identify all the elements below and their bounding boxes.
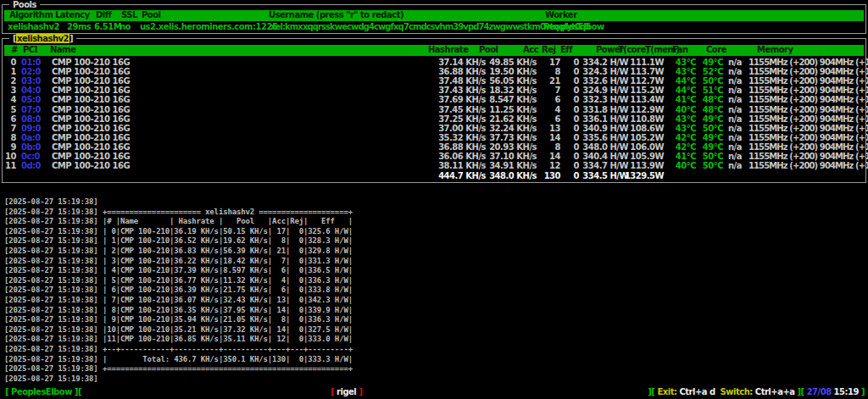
gpu-cell-pci: 05:0 [21, 95, 55, 104]
gpu-cell-clocks: 1155MHz (+200) 904MHz (+100) [748, 58, 868, 67]
gpu-cell-fan: n/a [657, 105, 742, 114]
gpu-cell-pci: 02:0 [21, 67, 55, 76]
log-line: [2025-08-27 15:19:38] | 5|CMP 100-210|36… [4, 276, 864, 286]
log-line: [2025-08-27 15:19:38] +--+-----------+--… [4, 345, 864, 355]
gpu-row: 001:0CMP 100-210 16G37.14 KH/s49.85 KH/s… [3, 58, 865, 67]
gpu-row: 203:0CMP 100-210 16G37.48 KH/s56.05 KH/s… [3, 76, 865, 86]
gpu-col-header: Memory [757, 45, 793, 54]
log-line: [2025-08-27 15:19:38] | 9|CMP 100-210|35… [4, 315, 864, 325]
hint-bracket-close: ] [859, 387, 865, 396]
gpu-cell-idx: 0 [4, 58, 16, 67]
pools-col-header: Worker [545, 10, 577, 19]
app-bracket-open: [ [331, 387, 337, 396]
log-line: [2025-08-27 15:19:38] | 8|CMP 100-210|36… [4, 306, 864, 316]
gpu-cell-fan: n/a [657, 58, 742, 67]
gpu-cell-idx: 1 [4, 67, 16, 76]
pools-col-header: Algorithm [9, 10, 53, 19]
gpu-cell-name: CMP 100-210 16G [52, 67, 221, 76]
statusbar-date: 27/08 [807, 387, 832, 396]
gpu-cell-fan: n/a [657, 67, 742, 76]
log-line: [2025-08-27 15:19:38] | 2|CMP 100-210|36… [4, 247, 864, 257]
log-line: [2025-08-27 15:19:38] | 1|CMP 100-210|36… [4, 236, 864, 247]
gpu-cell-fan: n/a [657, 86, 742, 95]
gpu-cell-pci: 07:0 [21, 105, 55, 114]
gpu-row: 110d:0CMP 100-210 16G38.11 KH/s34.91 KH/… [3, 161, 865, 170]
exit-label: Exit: [657, 387, 679, 396]
gpu-cell-name: CMP 100-210 16G [52, 142, 221, 152]
gpu-cell-idx: 7 [4, 124, 16, 133]
gpu-cell-clocks: 1155MHz (+200) 904MHz (+100) [748, 142, 868, 152]
terminal-screen[interactable]: Pools AlgorithmLatencyDiffSSLPoolUsernam… [0, 0, 868, 399]
log-line: [2025-08-27 15:19:38] | 7|CMP 100-210|36… [4, 296, 864, 306]
switch-keys: Ctrl+a+a [755, 387, 795, 396]
pool-diff: 6.51M [94, 22, 121, 31]
gpu-cell-name: CMP 100-210 16G [52, 124, 221, 133]
gpu-totals-row: 444.7 KH/s348.0 KH/s1300334.5 H/W1329.5W [3, 171, 865, 180]
gpu-cell-idx: 10 [4, 152, 16, 161]
pools-col-header: Latency [55, 10, 90, 19]
gpu-row: 100c:0CMP 100-210 16G36.06 KH/s37.10 KH/… [3, 152, 865, 161]
gpu-cell-name: CMP 100-210 16G [52, 86, 221, 95]
log-line: [2025-08-27 15:19:38] |# |Name | Hashrat… [4, 217, 864, 227]
pool-url: us2.xelis.herominers.com:1225 [140, 22, 277, 31]
gpu-col-header: # [11, 45, 18, 54]
gpu-cell-name: CMP 100-210 16G [52, 161, 221, 170]
pools-col-header: Username (press "r" to redact) [269, 10, 403, 19]
gpu-cell-clocks: 1155MHz (+200) 904MHz (+100) [748, 152, 868, 161]
gpu-cell-idx: 6 [4, 114, 16, 124]
gpu-col-header: Pool [479, 45, 498, 54]
gpu-cell-idx: 2 [4, 76, 16, 86]
log-line: [2025-08-27 15:19:38] [4, 197, 864, 208]
gpu-cell-clocks: 1155MHz (+200) 904MHz (+100) [748, 86, 868, 95]
gpu-cell-idx: 5 [4, 105, 16, 114]
log-line: [2025-08-27 15:19:38] | Total: 436.7 KH/… [4, 355, 864, 365]
gpu-cell-pci: 03:0 [21, 76, 55, 86]
pool-worker: PeoplesElbow [543, 22, 604, 31]
gpu-cell-name: CMP 100-210 16G [52, 152, 221, 161]
gpu-cell-clocks: 1155MHz (+200) 904MHz (+100) [748, 76, 868, 86]
pools-header-row: AlgorithmLatencyDiffSSLPoolUsername (pre… [4, 10, 864, 21]
log-area[interactable]: [2025-08-27 15:19:38][2025-08-27 15:19:3… [4, 197, 864, 384]
gpu-row: 304:0CMP 100-210 16G37.43 KH/s18.32 KH/s… [3, 86, 865, 95]
gpu-row: 102:0CMP 100-210 16G36.88 KH/s19.50 KH/s… [3, 67, 865, 76]
gpu-row: 507:0CMP 100-210 16G37.45 KH/s11.25 KH/s… [3, 105, 865, 114]
gpu-col-header: Eff [560, 45, 572, 54]
log-line: [2025-08-27 15:19:38] | 4|CMP 100-210|37… [4, 266, 864, 276]
gpu-col-header: PCI [23, 45, 37, 54]
gpu-cell-fan: n/a [657, 124, 742, 133]
log-line: [2025-08-27 15:19:38] [4, 374, 864, 385]
pool-username: xel:kmxxqqrsskwecwdg4cwgfxq7cmdcsvhm39vp… [270, 22, 590, 31]
gpu-cell-clocks: 1155MHz (+200) 904MHz (+100) [748, 161, 868, 170]
gpu-cell-name: CMP 100-210 16G [52, 114, 221, 124]
gpu-cell-pci: 08:0 [21, 114, 55, 124]
gpu-cell-pci: 0b:0 [21, 142, 55, 152]
log-line: [2025-08-27 15:19:38] +=================… [4, 364, 864, 374]
pools-col-header: Pool [142, 10, 161, 19]
gpu-row: 608:0CMP 100-210 16G37.25 KH/s21.62 KH/s… [3, 114, 865, 124]
gpu-panel-title: [xelishashv2] [9, 34, 76, 43]
gpu-col-header: Rej [542, 45, 555, 54]
bracket-close: ] [70, 34, 73, 43]
gpu-cell-name: CMP 100-210 16G [52, 133, 221, 142]
gpu-cell-idx: 4 [4, 95, 16, 104]
pool-row: xelishashv2 29ms 6.51M no us2.xelis.hero… [3, 22, 865, 31]
gpu-cell-idx: 3 [4, 86, 16, 95]
statusbar-app: [ rigel ] [331, 387, 362, 396]
gpu-cell-clocks: 1155MHz (+200) 904MHz (+100) [748, 105, 868, 114]
app-name: rigel [337, 387, 356, 396]
exit-keys: Ctrl+a d [679, 387, 715, 396]
log-line: [2025-08-27 15:19:38] +=================… [4, 208, 864, 218]
gpu-cell-pci: 09:0 [21, 124, 55, 133]
gpu-header-row: #PCINameHashratePoolAccRejEffPowerT(core… [4, 45, 864, 56]
gpu-cell-clocks: 1155MHz (+200) 904MHz (+100) [748, 133, 868, 142]
gpu-cell-power: 1329.5W [579, 171, 664, 180]
log-line: [2025-08-27 15:19:38] |10|CMP 100-210|35… [4, 325, 864, 335]
switch-label: Switch: [715, 387, 755, 396]
gpu-cell-name: CMP 100-210 16G [52, 105, 221, 114]
log-line: [2025-08-27 15:19:38] | 6|CMP 100-210|36… [4, 285, 864, 296]
gpu-cell-fan: n/a [657, 114, 742, 124]
gpu-cell-pci: 0d:0 [21, 161, 55, 170]
gpu-cell-clocks: 1155MHz (+200) 904MHz (+100) [748, 95, 868, 104]
gpu-cell-fan: n/a [657, 76, 742, 86]
gpu-cell-idx: 11 [4, 161, 16, 170]
